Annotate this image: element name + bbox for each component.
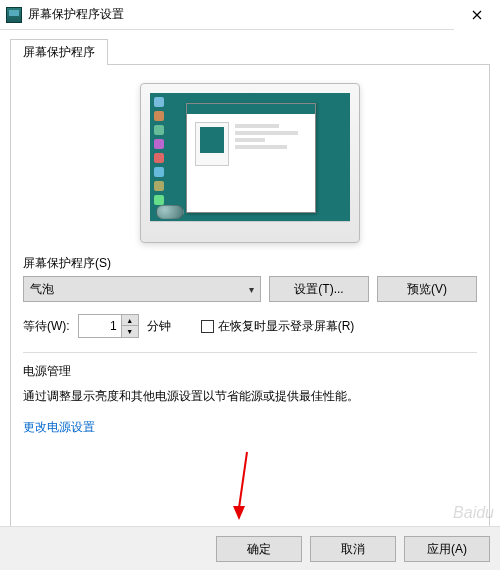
saver-row: 气泡 ▾ 设置(T)... 预览(V) bbox=[23, 276, 477, 302]
screensaver-icon bbox=[6, 7, 22, 23]
dialog-buttons: 确定 取消 应用(A) bbox=[0, 526, 500, 570]
spinner-down[interactable]: ▼ bbox=[122, 326, 138, 337]
resume-checkbox[interactable]: 在恢复时显示登录屏幕(R) bbox=[201, 318, 355, 335]
power-settings-link[interactable]: 更改电源设置 bbox=[23, 419, 477, 436]
monitor-screen bbox=[150, 93, 350, 233]
chevron-down-icon: ▾ bbox=[249, 284, 254, 295]
saver-selected: 气泡 bbox=[30, 281, 54, 298]
divider bbox=[23, 352, 477, 353]
settings-button[interactable]: 设置(T)... bbox=[269, 276, 369, 302]
cancel-button[interactable]: 取消 bbox=[310, 536, 396, 562]
tabstrip: 屏幕保护程序 bbox=[10, 38, 490, 65]
saver-group-label: 屏幕保护程序(S) bbox=[23, 255, 477, 272]
svg-marker-1 bbox=[233, 506, 245, 520]
power-group-label: 电源管理 bbox=[23, 363, 477, 380]
content-area: 屏幕保护程序 屏幕保护程序(S) 气泡 bbox=[0, 30, 500, 527]
resume-label: 在恢复时显示登录屏幕(R) bbox=[218, 318, 355, 335]
spinner-buttons: ▲ ▼ bbox=[121, 315, 138, 337]
spinner-up[interactable]: ▲ bbox=[122, 315, 138, 326]
monitor-frame bbox=[140, 83, 360, 243]
desktop-icons bbox=[154, 97, 164, 205]
preview-area bbox=[23, 79, 477, 255]
window-title: 屏幕保护程序设置 bbox=[28, 6, 454, 23]
apply-button[interactable]: 应用(A) bbox=[404, 536, 490, 562]
close-button[interactable] bbox=[454, 0, 500, 30]
titlebar: 屏幕保护程序设置 bbox=[0, 0, 500, 30]
power-description: 通过调整显示亮度和其他电源设置以节省能源或提供最佳性能。 bbox=[23, 388, 477, 405]
wait-row: 等待(W): ▲ ▼ 分钟 在恢复时显示登录屏幕(R) bbox=[23, 314, 477, 338]
bubble-icon bbox=[156, 205, 184, 219]
close-icon bbox=[472, 10, 482, 20]
preview-button[interactable]: 预览(V) bbox=[377, 276, 477, 302]
arrow-annotation bbox=[241, 450, 243, 520]
wait-label: 等待(W): bbox=[23, 318, 70, 335]
ok-button[interactable]: 确定 bbox=[216, 536, 302, 562]
svg-line-0 bbox=[239, 452, 247, 508]
wait-spinner[interactable]: ▲ ▼ bbox=[78, 314, 139, 338]
tab-screensaver[interactable]: 屏幕保护程序 bbox=[10, 39, 108, 65]
saver-dropdown[interactable]: 气泡 ▾ bbox=[23, 276, 261, 302]
preview-window bbox=[186, 103, 316, 213]
tab-panel: 屏幕保护程序(S) 气泡 ▾ 设置(T)... 预览(V) 等待(W): ▲ ▼… bbox=[10, 65, 490, 527]
wait-unit: 分钟 bbox=[147, 318, 171, 335]
wait-input[interactable] bbox=[79, 315, 121, 337]
checkbox-box bbox=[201, 320, 214, 333]
power-section: 电源管理 通过调整显示亮度和其他电源设置以节省能源或提供最佳性能。 更改电源设置 bbox=[23, 363, 477, 436]
